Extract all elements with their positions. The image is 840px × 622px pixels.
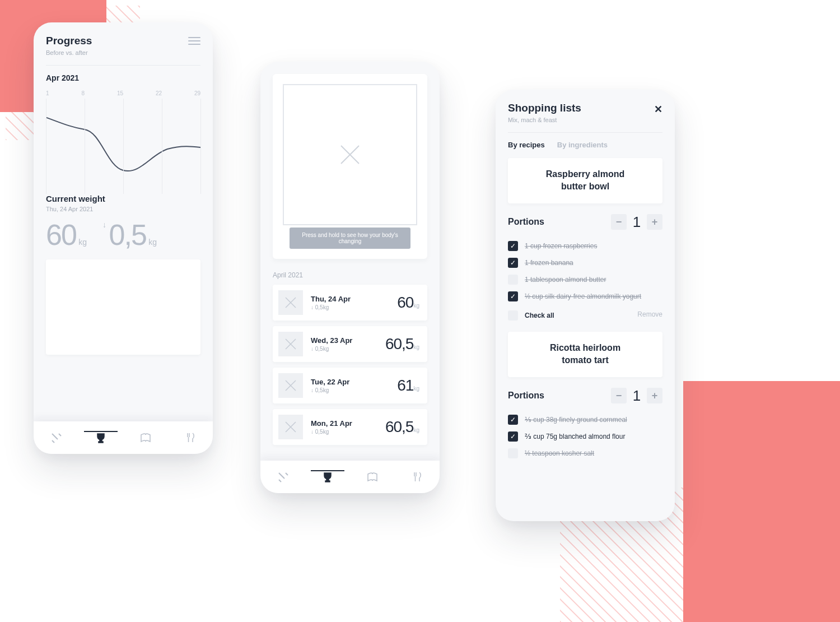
thumb-placeholder-icon [278, 290, 303, 315]
hold-tip: Press and hold to see how your body's ch… [290, 228, 410, 249]
axis-tick: 8 [81, 90, 85, 96]
check-all-button[interactable]: Check all [508, 310, 554, 321]
phone-shopping: Shopping lists Mix, mach & feast ✕ By re… [496, 90, 675, 521]
divider [46, 65, 200, 66]
weight-unit: kg [78, 238, 87, 247]
weight-delta: ↓ 0,5 kg [102, 220, 157, 249]
axis-tick: 15 [117, 90, 123, 96]
entry-date: Tue, 22 Apr [311, 378, 389, 386]
ingredient-row: ½ teaspoon kosher salt [508, 445, 662, 462]
thumb-placeholder-icon [278, 332, 303, 356]
ingredient-row: 1 tablespoon almond butter [508, 271, 662, 288]
ingredient-row: ✓1 frozen banana [508, 254, 662, 271]
page-subtitle: Mix, mach & feast [508, 117, 662, 123]
image-placeholder [46, 259, 200, 355]
tab-recipes-icon[interactable] [134, 431, 157, 444]
recipe-card[interactable]: Ricotta heirloomtomato tart [508, 332, 662, 377]
tab-plan-icon[interactable] [45, 431, 67, 444]
recipe-card[interactable]: Raspberry almondbutter bowl [508, 158, 662, 203]
page-title: Progress [46, 35, 200, 47]
tab-bar [34, 421, 213, 454]
menu-icon[interactable] [188, 37, 200, 45]
tab-progress-icon[interactable] [90, 431, 112, 444]
arrow-down-icon: ↓ [102, 220, 106, 229]
tab-by-ingredients[interactable]: By ingredients [557, 141, 608, 149]
portions-value: 1 [632, 213, 641, 231]
ingredient-row: ✓⅔ cup 75g blanched almond flour [508, 428, 662, 445]
list-mode-tabs: By recipes By ingredients [508, 141, 662, 149]
portions-plus[interactable]: + [647, 214, 662, 230]
tab-recipes-icon[interactable] [361, 471, 384, 483]
entry-delta: ↓ 0,5kg [311, 304, 389, 310]
close-icon[interactable]: ✕ [654, 103, 662, 115]
entry-delta: ↓ 0,5kg [311, 346, 377, 352]
tab-meals-icon[interactable] [179, 431, 202, 444]
portions-minus[interactable]: − [611, 214, 627, 230]
ingredient-checkbox[interactable]: ✓ [508, 258, 518, 268]
ingredient-checkbox[interactable]: ✓ [508, 431, 518, 442]
axis-tick: 29 [194, 90, 200, 96]
ingredient-text: ⅓ cup 38g finely ground cornmeal [525, 416, 627, 424]
hero-image-card[interactable]: Press and hold to see how your body's ch… [273, 74, 427, 259]
entry-weight: 60,5kg [385, 419, 419, 435]
ingredient-row: ✓⅓ cup 38g finely ground cornmeal [508, 411, 662, 428]
axis-tick: 22 [156, 90, 162, 96]
page-title: Shopping lists [508, 102, 662, 114]
ingredient-checkbox[interactable] [508, 448, 518, 458]
remove-button[interactable]: Remove [637, 310, 662, 321]
entry-delta: ↓ 0,5kg [311, 429, 377, 435]
image-placeholder-icon [283, 84, 417, 225]
ingredient-text: ⅔ cup 75g blanched almond flour [525, 433, 625, 440]
ingredient-checkbox[interactable] [508, 275, 518, 285]
entry-weight: 60kg [397, 295, 419, 310]
ingredient-text: ½ teaspoon kosher salt [525, 449, 594, 457]
entry-date: Wed, 23 Apr [311, 336, 377, 345]
chart-area [46, 99, 200, 194]
current-weight-date: Thu, 24 Apr 2021 [46, 206, 200, 212]
divider [508, 132, 662, 133]
phone-history: Press and hold to see how your body's ch… [260, 62, 440, 493]
entry-date: Mon, 21 Apr [311, 419, 377, 428]
axis-tick: 1 [46, 90, 49, 96]
current-weight-value: 60 kg [46, 220, 87, 249]
entry-delta: ↓ 0,5kg [311, 387, 389, 393]
ingredient-checkbox[interactable]: ✓ [508, 241, 518, 251]
thumb-placeholder-icon [278, 415, 303, 439]
history-month: April 2021 [273, 271, 427, 279]
tab-meals-icon[interactable] [406, 471, 428, 483]
tab-by-recipes[interactable]: By recipes [508, 141, 545, 149]
tab-bar [260, 461, 440, 493]
history-entry[interactable]: Wed, 23 Apr↓ 0,5kg60,5kg [273, 326, 427, 362]
chart-axis: 1 8 15 22 29 [46, 90, 200, 96]
accent-block-bottom [683, 381, 840, 622]
portions-plus[interactable]: + [647, 388, 662, 403]
entry-weight: 61kg [397, 378, 419, 393]
ingredient-text: 1 cup frozen raspberries [525, 242, 597, 250]
ingredient-text: 1 tablespoon almond butter [525, 276, 606, 284]
entry-weight: 60,5kg [385, 336, 419, 352]
ingredient-text: ½ cup silk dairy-free almondmilk yogurt [525, 293, 641, 300]
page-subtitle: Before vs. after [46, 49, 200, 56]
history-entry[interactable]: Tue, 22 Apr↓ 0,5kg61kg [273, 368, 427, 403]
thumb-placeholder-icon [278, 373, 303, 398]
phone-progress: Progress Before vs. after Apr 2021 1 8 1… [34, 22, 213, 454]
portions-stepper: −1+ [611, 213, 662, 231]
portions-minus[interactable]: − [611, 388, 627, 403]
ingredient-row: ✓1 cup frozen raspberries [508, 238, 662, 254]
current-weight-label: Current weight [46, 194, 200, 203]
entry-date: Thu, 24 Apr [311, 295, 389, 303]
history-entry[interactable]: Thu, 24 Apr↓ 0,5kg60kg [273, 285, 427, 321]
portions-label: Portions [508, 391, 544, 401]
tab-plan-icon[interactable] [272, 471, 294, 483]
portions-stepper: −1+ [611, 387, 662, 405]
ingredient-text: 1 frozen banana [525, 259, 573, 267]
history-entry[interactable]: Mon, 21 Apr↓ 0,5kg60,5kg [273, 409, 427, 445]
ingredient-checkbox[interactable]: ✓ [508, 415, 518, 425]
ingredient-row: ✓½ cup silk dairy-free almondmilk yogurt [508, 288, 662, 305]
portions-label: Portions [508, 217, 544, 227]
portions-value: 1 [632, 387, 641, 405]
tab-progress-icon[interactable] [316, 471, 339, 483]
chart-month: Apr 2021 [46, 73, 200, 82]
ingredient-checkbox[interactable]: ✓ [508, 291, 518, 301]
